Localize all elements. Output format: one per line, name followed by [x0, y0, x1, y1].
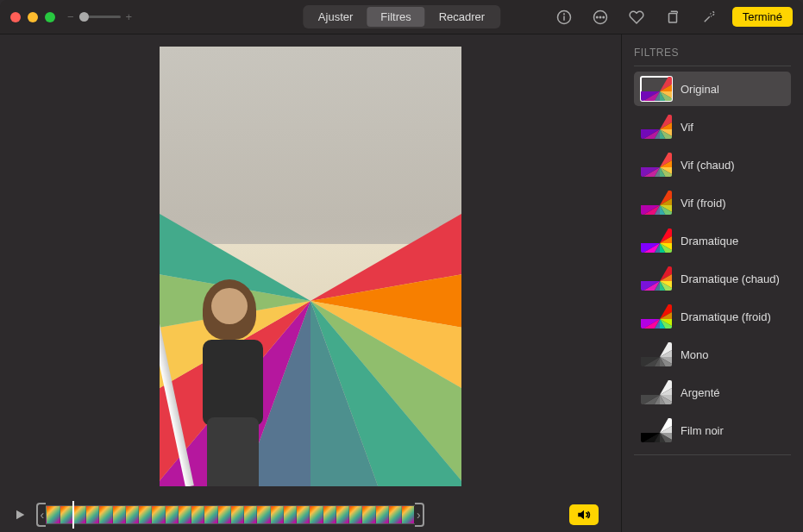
filter-row-0[interactable]: Original: [634, 72, 791, 106]
filter-label: Mono: [681, 348, 709, 361]
auto-enhance-button[interactable]: [696, 8, 722, 27]
filter-list: OriginalVifVif (chaud)Vif (froid)Dramati…: [634, 72, 791, 448]
playhead[interactable]: [72, 501, 74, 529]
zoom-track[interactable]: [79, 16, 121, 18]
rotate-button[interactable]: [660, 8, 686, 27]
filter-label: Original: [681, 83, 719, 96]
filter-row-1[interactable]: Vif: [634, 110, 791, 144]
content-area: ‹ › FILTRES OriginalVifVif (chaud)Vif (f…: [0, 34, 803, 532]
tab-filters[interactable]: Filtres: [367, 7, 424, 27]
edit-mode-segmented-control: Ajuster Filtres Recadrer: [303, 5, 500, 28]
fullscreen-window-button[interactable]: [45, 12, 55, 22]
filter-label: Vif (froid): [681, 197, 726, 210]
svg-marker-9: [578, 510, 584, 520]
filter-label: Argenté: [681, 386, 720, 399]
filter-label: Vif (chaud): [681, 159, 735, 172]
filter-row-6[interactable]: Dramatique (froid): [634, 299, 791, 334]
close-window-button[interactable]: [10, 12, 21, 22]
more-button[interactable]: [587, 8, 613, 27]
main-area: ‹ ›: [0, 34, 622, 532]
play-button[interactable]: [10, 505, 29, 524]
titlebar: − + Ajuster Filtres Recadrer Terminé: [0, 0, 803, 34]
filter-label: Dramatique (froid): [681, 310, 771, 323]
filter-row-5[interactable]: Dramatique (chaud): [634, 261, 791, 296]
filter-row-8[interactable]: Argenté: [634, 375, 791, 410]
favorite-button[interactable]: [624, 8, 649, 27]
zoom-in-icon: +: [126, 10, 133, 23]
film-scrubber[interactable]: ‹ ›: [36, 503, 424, 527]
zoom-thumb[interactable]: [79, 12, 89, 22]
filter-thumb-icon: [641, 77, 672, 101]
svg-point-5: [599, 16, 601, 18]
info-button[interactable]: [551, 8, 577, 27]
audio-button[interactable]: [569, 504, 599, 525]
filter-label: Dramatique: [681, 235, 738, 247]
photo-canvas[interactable]: [160, 47, 461, 486]
svg-point-4: [596, 16, 598, 18]
svg-rect-7: [668, 13, 676, 22]
filter-label: Dramatique (chaud): [681, 272, 780, 285]
filter-row-7[interactable]: Mono: [634, 337, 791, 372]
filter-label: Vif: [681, 121, 693, 134]
filter-thumb-icon: [641, 380, 672, 404]
filter-thumb-icon: [641, 153, 672, 177]
filter-thumb-icon: [641, 418, 672, 442]
divider: [634, 454, 791, 455]
filter-label: Film noir: [681, 424, 724, 437]
svg-marker-8: [16, 510, 24, 520]
filter-thumb-icon: [641, 115, 672, 139]
filter-thumb-icon: [641, 191, 672, 215]
filter-thumb-icon: [641, 304, 672, 329]
trim-end-handle[interactable]: ›: [415, 503, 424, 527]
zoom-slider[interactable]: − +: [67, 10, 132, 23]
filter-thumb-icon: [641, 342, 672, 366]
filter-row-9[interactable]: Film noir: [634, 413, 791, 448]
trim-start-handle[interactable]: ‹: [36, 503, 46, 527]
zoom-out-icon: −: [67, 10, 74, 23]
tab-adjust[interactable]: Ajuster: [304, 7, 367, 27]
sidebar-header: FILTRES: [634, 47, 791, 59]
filters-sidebar: FILTRES OriginalVifVif (chaud)Vif (froid…: [622, 34, 803, 532]
tab-crop[interactable]: Recadrer: [425, 7, 499, 27]
divider: [634, 66, 791, 66]
filter-thumb-icon: [641, 266, 672, 291]
video-timeline: ‹ ›: [0, 498, 621, 532]
filter-thumb-icon: [641, 228, 672, 253]
svg-point-6: [603, 16, 605, 18]
window-controls: [10, 12, 55, 22]
minimize-window-button[interactable]: [28, 12, 38, 22]
filter-row-2[interactable]: Vif (chaud): [634, 147, 791, 182]
filter-row-4[interactable]: Dramatique: [634, 223, 791, 258]
toolbar-right: Terminé: [551, 7, 793, 27]
svg-point-2: [563, 13, 564, 14]
done-button[interactable]: Terminé: [732, 7, 793, 27]
film-strip[interactable]: [46, 505, 414, 524]
photo-preview: [0, 34, 621, 498]
filter-row-3[interactable]: Vif (froid): [634, 185, 791, 220]
